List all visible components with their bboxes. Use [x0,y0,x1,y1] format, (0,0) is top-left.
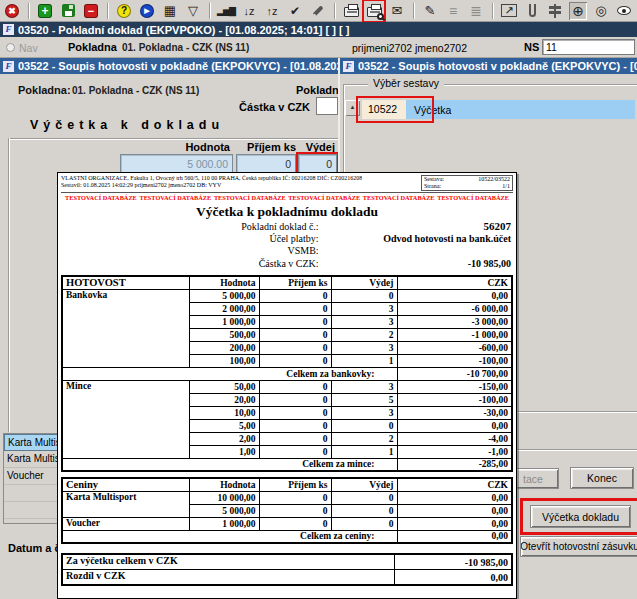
attachment-icon[interactable] [523,2,541,20]
report-cell: 2 000,00 [189,302,259,315]
hodnota-input[interactable]: 5 000.00 [120,154,233,173]
ceniny-list-item[interactable] [4,485,64,502]
pokladna-label: Pokladna: [18,84,71,96]
report-cell: Celkem za bankovky: [62,367,397,380]
left-window-titlebar[interactable]: F 03522 - Soupis hotovosti v pokladně (E… [0,58,338,74]
report-cell: 5 000,00 [189,289,259,302]
signpost-icon[interactable] [546,2,564,20]
apply-check-icon[interactable]: ✔ [286,2,304,20]
print-icon[interactable] [342,2,360,20]
prijem-ks-column-header: Příjem ks [236,141,296,153]
report-cell: Bankovka [62,289,189,367]
vydej-input-highlighted[interactable]: 0 [298,154,337,173]
castka-v-czk-field[interactable] [316,97,338,115]
report-cell: 20,00 [189,393,259,406]
report-field-row: VSMB: [61,245,513,258]
report-id-cell: 10522 [362,100,406,119]
ceniny-list-item[interactable]: Karta Multis [4,451,64,468]
report-header-cell: CZK [397,276,512,289]
report-cell: -1 000,00 [397,328,512,341]
chart-icon[interactable]: ▂▅▇ [217,2,235,20]
prijem-ks-input[interactable]: 0 [236,154,296,173]
wrench-icon[interactable] [309,2,327,20]
compass-icon[interactable]: ◎ [592,2,610,20]
report-cell: 0 [259,380,331,393]
konec-button[interactable]: Konec [570,467,634,489]
compass-glyph: ◎ [595,3,606,18]
ns-input[interactable] [542,39,635,55]
run-icon[interactable]: ▶ [138,2,156,20]
toolbar-separator [413,3,414,19]
ceniny-list-item[interactable]: Voucher [4,468,64,485]
filter-icon[interactable]: ▽ [184,2,202,20]
add-icon[interactable]: + [36,2,54,20]
calendar-icon[interactable]: ▦ [161,2,179,20]
strana-label: Strana: [424,183,456,190]
nav-radio[interactable] [6,43,15,52]
report-totals-table: Za výčetku celkem v CZK-10 985,00Rozdíl … [61,553,513,586]
report-row: Bankovka5 000,00000,00 [62,289,512,302]
help-icon[interactable]: ? [115,2,133,20]
watermark-text: TESTOVACÍ DATABÁZE [437,194,509,201]
report-cell: Mince [62,380,189,458]
vycetka-dokladu-button[interactable]: Výčetka dokladu [530,505,631,528]
report-cell: 1 000,00 [189,517,259,530]
report-header-cell: Příjem ks [259,478,331,491]
delete-glyph: − [84,4,98,18]
ceniny-listbox[interactable]: Karta MultisKarta MultisVoucher [3,433,65,524]
ceniny-list-item[interactable] [4,502,64,519]
report-list-row-selected[interactable]: 10522 Výčetka [362,100,635,119]
toolbar-separator [334,3,335,19]
report-field-label: VSMB: [61,245,319,256]
report-cell: 3 [331,406,397,419]
otevrit-zasuvku-button[interactable]: Otevřít hotovostní zásuvku [520,536,637,557]
list-icon[interactable]: ≡ [444,2,462,20]
report-header-cell: Hodnota [189,478,259,491]
main-window-titlebar[interactable]: F 03520 - Pokladní doklad (EKPVPOKO) - [… [0,22,637,37]
delete-icon[interactable]: − [82,2,100,20]
edit-icon[interactable]: ✎ [421,2,439,20]
sort-descending-icon[interactable]: ↓z [240,2,258,20]
report-cell: 0 [259,315,331,328]
report-cell: 0,00 [397,530,512,543]
panel-edge [8,138,10,432]
nav-label: Nav [19,42,38,54]
report-cell: 0 [259,491,331,504]
report-info-box: Sestava: 10522/03522 Strana: 1/1 [421,175,513,191]
calendar-glyph: ▦ [164,3,176,18]
mail-icon[interactable]: ✉ [388,2,406,20]
right-window-titlebar[interactable]: F 03522 - Soupis hotovosti v pokladně (E… [340,58,637,74]
globe-icon[interactable]: ⊕ [569,2,587,20]
report-header-cell: CZK [397,478,512,491]
report-cell: -150,00 [397,380,512,393]
sort-ascending-icon[interactable]: ↑z [263,2,281,20]
open-external-icon[interactable]: ↗ [500,2,518,20]
apply-check-glyph: ✔ [290,4,300,18]
scroll-up-button[interactable]: ▲ [345,100,360,116]
report-cell: 0 [331,419,397,432]
report-row: Karta Multisport10 000,00000,00 [62,491,512,504]
ceniny-list-item[interactable]: Karta Multis [4,434,64,451]
watermark-text: TESTOVACÍ DATABÁZE [65,194,137,201]
print-glyph [344,7,359,17]
toolbar: ✖+−?▶▦▽▂▅▇↓z↑z✔✉✎≡≣↗⊕◎ [0,0,637,22]
report-sestavil-line: Sestavil: 01.08.2025 14:02:29 prijmeni27… [61,182,362,189]
eye-icon[interactable] [615,2,633,20]
report-cell: 3 [331,341,397,354]
save-icon[interactable] [59,2,77,20]
list-glyph: ≡ [449,3,457,19]
watermark-text: TESTOVACÍ DATABÁZE [214,194,286,201]
close-icon[interactable]: ✖ [3,2,21,20]
report-cell: 10 000,00 [189,491,259,504]
report-header-cell: Výdej [331,276,397,289]
report-cell: 500,00 [189,328,259,341]
print-preview-icon[interactable] [365,2,383,20]
report-cell: 1 [331,354,397,367]
report-cell: 0,00 [397,419,512,432]
report-cell: 3 [331,315,397,328]
report-field-row: Částka v CZK:-10 985,00 [61,258,513,271]
report-cell: 0 [259,445,331,458]
open-external-glyph: ↗ [501,4,516,17]
checklist-icon[interactable]: ≣ [467,2,485,20]
report-cell: 3 [331,302,397,315]
